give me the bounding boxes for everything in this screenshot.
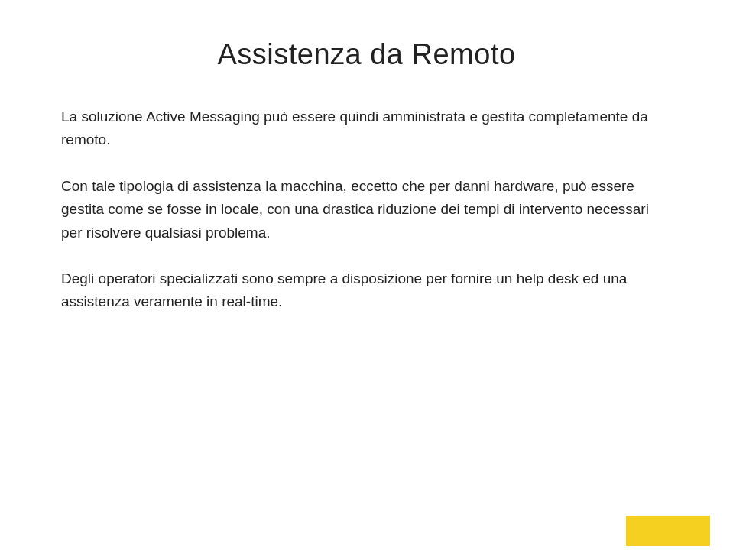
paragraph-1: La soluzione Active Messaging può essere…	[61, 105, 672, 152]
page-container: Assistenza da Remoto La soluzione Active…	[0, 0, 733, 560]
paragraph-1-text: La soluzione Active Messaging può essere…	[61, 105, 672, 152]
page-title: Assistenza da Remoto	[61, 38, 672, 71]
yellow-button[interactable]	[626, 516, 710, 546]
paragraph-2: Con tale tipologia di assistenza la macc…	[61, 175, 672, 244]
paragraph-2-text: Con tale tipologia di assistenza la macc…	[61, 175, 672, 244]
paragraph-3-text: Degli operatori specializzati sono sempr…	[61, 267, 672, 314]
paragraph-3: Degli operatori specializzati sono sempr…	[61, 267, 672, 314]
